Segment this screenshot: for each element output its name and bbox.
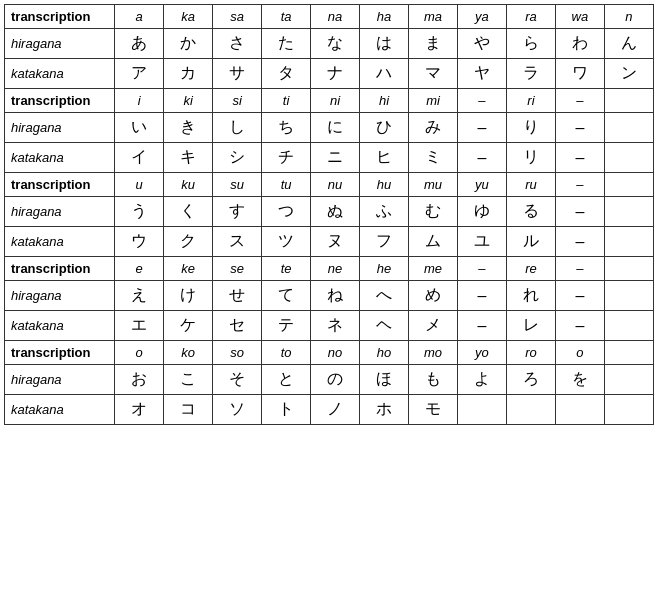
cell-1-0: hiragana [5, 29, 115, 59]
cell-0-10: wa [555, 5, 604, 29]
cell-7-9: る [506, 197, 555, 227]
cell-1-5: な [311, 29, 360, 59]
cell-13-9: ろ [506, 365, 555, 395]
cell-12-0: transcription [5, 341, 115, 365]
cell-12-7: mo [409, 341, 458, 365]
cell-2-7: マ [409, 59, 458, 89]
cell-1-9: ら [506, 29, 555, 59]
cell-3-10: – [555, 89, 604, 113]
cell-13-6: ほ [360, 365, 409, 395]
cell-6-8: yu [457, 173, 506, 197]
cell-12-9: ro [506, 341, 555, 365]
cell-5-4: チ [262, 143, 311, 173]
cell-10-9: れ [506, 281, 555, 311]
cell-3-11 [604, 89, 653, 113]
cell-4-4: ち [262, 113, 311, 143]
cell-5-8: – [457, 143, 506, 173]
cell-11-9: レ [506, 311, 555, 341]
cell-7-2: く [164, 197, 213, 227]
cell-5-7: ミ [409, 143, 458, 173]
cell-14-8 [457, 395, 506, 425]
cell-13-8: よ [457, 365, 506, 395]
cell-11-5: ネ [311, 311, 360, 341]
cell-1-2: か [164, 29, 213, 59]
cell-11-11 [604, 311, 653, 341]
cell-9-6: he [360, 257, 409, 281]
table-row-12: transcriptionokosotonohomoyoroo [5, 341, 654, 365]
cell-5-1: イ [115, 143, 164, 173]
cell-3-5: ni [311, 89, 360, 113]
table-row-3: transcriptionikisitinihimi–ri– [5, 89, 654, 113]
cell-1-8: や [457, 29, 506, 59]
cell-3-3: si [213, 89, 262, 113]
cell-2-10: ワ [555, 59, 604, 89]
cell-8-11 [604, 227, 653, 257]
cell-6-7: mu [409, 173, 458, 197]
cell-14-9 [506, 395, 555, 425]
cell-0-6: ha [360, 5, 409, 29]
table-row-8: katakanaウクスツヌフムユル– [5, 227, 654, 257]
cell-11-1: エ [115, 311, 164, 341]
cell-3-0: transcription [5, 89, 115, 113]
cell-11-10: – [555, 311, 604, 341]
cell-6-11 [604, 173, 653, 197]
cell-2-11: ン [604, 59, 653, 89]
cell-8-10: – [555, 227, 604, 257]
cell-4-8: – [457, 113, 506, 143]
cell-2-1: ア [115, 59, 164, 89]
cell-10-7: め [409, 281, 458, 311]
cell-7-4: つ [262, 197, 311, 227]
cell-3-8: – [457, 89, 506, 113]
cell-13-5: の [311, 365, 360, 395]
cell-6-2: ku [164, 173, 213, 197]
cell-0-0: transcription [5, 5, 115, 29]
cell-9-11 [604, 257, 653, 281]
cell-6-9: ru [506, 173, 555, 197]
cell-2-3: サ [213, 59, 262, 89]
cell-4-5: に [311, 113, 360, 143]
cell-13-3: そ [213, 365, 262, 395]
cell-8-9: ル [506, 227, 555, 257]
kana-table: transcriptionakasatanahamayarawanhiragan… [4, 4, 654, 425]
cell-12-10: o [555, 341, 604, 365]
cell-11-6: ヘ [360, 311, 409, 341]
cell-9-2: ke [164, 257, 213, 281]
cell-12-1: o [115, 341, 164, 365]
cell-5-10: – [555, 143, 604, 173]
table-row-2: katakanaアカサタナハマヤラワン [5, 59, 654, 89]
cell-13-7: も [409, 365, 458, 395]
cell-10-11 [604, 281, 653, 311]
cell-7-3: す [213, 197, 262, 227]
table-row-7: hiraganaうくすつぬふむゆる– [5, 197, 654, 227]
cell-10-1: え [115, 281, 164, 311]
cell-14-1: オ [115, 395, 164, 425]
table-row-5: katakanaイキシチニヒミ–リ– [5, 143, 654, 173]
cell-14-7: モ [409, 395, 458, 425]
cell-13-4: と [262, 365, 311, 395]
cell-6-0: transcription [5, 173, 115, 197]
cell-12-8: yo [457, 341, 506, 365]
table-row-11: katakanaエケセテネヘメ–レ– [5, 311, 654, 341]
cell-5-5: ニ [311, 143, 360, 173]
cell-13-10: を [555, 365, 604, 395]
cell-2-6: ハ [360, 59, 409, 89]
cell-2-5: ナ [311, 59, 360, 89]
cell-2-4: タ [262, 59, 311, 89]
cell-13-2: こ [164, 365, 213, 395]
cell-14-6: ホ [360, 395, 409, 425]
cell-8-8: ユ [457, 227, 506, 257]
cell-6-5: nu [311, 173, 360, 197]
cell-8-5: ヌ [311, 227, 360, 257]
cell-2-0: katakana [5, 59, 115, 89]
cell-4-10: – [555, 113, 604, 143]
cell-1-7: ま [409, 29, 458, 59]
cell-11-8: – [457, 311, 506, 341]
cell-6-1: u [115, 173, 164, 197]
cell-0-3: sa [213, 5, 262, 29]
cell-11-2: ケ [164, 311, 213, 341]
cell-10-6: へ [360, 281, 409, 311]
cell-6-6: hu [360, 173, 409, 197]
cell-4-3: し [213, 113, 262, 143]
cell-14-4: ト [262, 395, 311, 425]
cell-11-0: katakana [5, 311, 115, 341]
